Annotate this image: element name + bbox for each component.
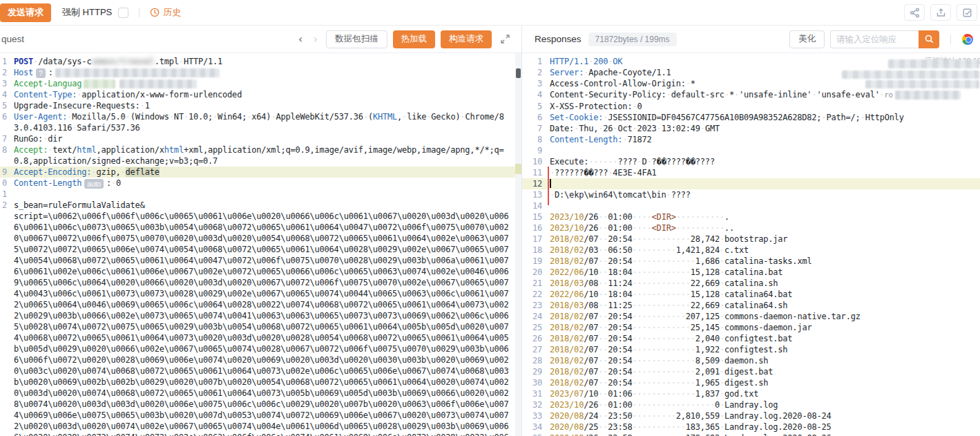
whitespace-dot: ·	[657, 422, 662, 432]
code-token: 2018/02	[550, 245, 584, 255]
packet-scan-button[interactable]: 数据包扫描	[326, 30, 387, 48]
whitespace-dot: ·	[647, 378, 652, 388]
code-line[interactable]: 7Date:·Thu,·26·Oct·2023·13:02:49·GMT	[522, 123, 980, 134]
whitespace-dot: ·	[676, 267, 681, 277]
code-line[interactable]: 1POST·/data/sys-common/treexml.tmpl·HTTP…	[0, 56, 521, 67]
code-token: 2018/03	[550, 301, 584, 310]
code-line[interactable]: 8Accept:·text/html,application/xhtml+xml…	[0, 144, 521, 167]
annotate-button[interactable]	[957, 4, 977, 21]
whitespace-dot: ·	[652, 356, 657, 366]
code-line[interactable]: 302018/02/07··20:54·············1,965·di…	[522, 377, 980, 388]
code-token: User-Agent:	[14, 112, 67, 122]
code-line[interactable]: 282018/02/07··20:54·············8,509·da…	[522, 355, 980, 366]
code-line[interactable]: 6User-Agent:·Mozilla/5.0·(Windows·NT·10.…	[0, 111, 521, 133]
request-editor[interactable]: 1POST·/data/sys-common/treexml.tmpl·HTTP…	[0, 53, 521, 436]
code-line[interactable]: 2Host?:	[0, 67, 521, 78]
code-line[interactable]: 232018/03/08··11:25············22,669·ca…	[522, 300, 980, 311]
code-line[interactable]: 0Content-Lengthauto:·0	[0, 178, 521, 189]
code-line[interactable]: 342020/08/25··23:58···········183,365·La…	[522, 421, 980, 433]
code-line[interactable]: 1	[0, 189, 521, 200]
whitespace-dot: ·	[691, 212, 695, 222]
whitespace-dot: ·	[184, 112, 189, 122]
history-back-button[interactable]: ‹	[296, 33, 305, 46]
whitespace-dot: ·	[642, 422, 647, 432]
code-line[interactable]: 272018/02/07··20:54·············1,922·co…	[522, 344, 980, 355]
code-line[interactable]: 152023/10/26··01:00····<DIR>··········.	[522, 211, 980, 222]
code-line[interactable]: 262018/02/07··20:54·············2,040·co…	[522, 333, 980, 344]
code-line[interactable]: 5Upgrade-Insecure-Requests:·1	[0, 100, 521, 111]
whitespace-dot: ·	[642, 334, 647, 343]
code-line[interactable]: 352020/08/26··23:58···········178,693·La…	[522, 433, 980, 436]
line-number: 17	[522, 234, 550, 245]
whitespace-dot: ·	[662, 345, 666, 354]
top-toolbar: 发送请求 强制 HTTPS 历史	[0, 0, 980, 26]
code-line[interactable]: 10Execute:······????·D·?��????��????	[522, 156, 980, 167]
whitespace-dot: ·	[657, 301, 662, 310]
whitespace-dot: ·	[652, 312, 657, 321]
whitespace-dot: ·	[642, 323, 647, 332]
line-number: 16	[522, 222, 550, 234]
code-line[interactable]: 7RunGo:·dir	[0, 133, 521, 144]
beautify-button[interactable]: 美化	[789, 30, 825, 48]
send-request-button[interactable]: 发送请求	[0, 3, 51, 22]
search-input[interactable]	[830, 30, 919, 48]
whitespace-dot: ·	[652, 256, 657, 266]
code-line[interactable]: 192018/02/07··20:54·············1,686·ca…	[522, 256, 980, 267]
whitespace-dot: ·	[426, 112, 431, 122]
code-line[interactable]: 182018/02/03··06:50·········1,421,824·c.…	[522, 245, 980, 256]
whitespace-dot: ·	[686, 278, 691, 288]
line-content: 2018/02/07··20:54············28,742·boot…	[550, 234, 980, 245]
code-line[interactable]: 14	[522, 200, 980, 211]
code-line[interactable]: 252018/02/07··20:54············25,145·co…	[522, 322, 980, 333]
code-line[interactable]: 12	[522, 178, 980, 189]
code-line[interactable]: 202022/06/10··18:04············15,128·ca…	[522, 267, 980, 278]
export-button[interactable]	[930, 4, 951, 21]
line-content: 2022/06/10··18:04············15,128·cata…	[550, 267, 980, 278]
whitespace-dot: ·	[686, 378, 691, 388]
code-line[interactable]: 9	[522, 145, 980, 156]
code-line[interactable]: 322023/10/26··01:00·················0·La…	[522, 399, 980, 410]
whitespace-dot: ·	[642, 433, 647, 436]
whitespace-dot: ·	[652, 301, 657, 310]
search-button[interactable]	[919, 30, 939, 48]
code-line[interactable]: 212018/03/08··11:24············22,669·ca…	[522, 278, 980, 289]
construct-request-button[interactable]: 构造请求	[441, 30, 492, 48]
code-line[interactable]: 4Content-Type:·application/x-www-form-ur…	[0, 89, 521, 100]
share-button[interactable]	[904, 4, 925, 21]
code-line[interactable]: 172018/02/07··20:54············28,742·bo…	[522, 234, 980, 245]
whitespace-dot: ·	[642, 400, 647, 410]
line-content: 2020/08/25··23:58···········183,365·Land…	[550, 421, 980, 433]
whitespace-dot: ·	[657, 367, 662, 377]
whitespace-dot: ·	[681, 256, 686, 266]
fullscreen-button[interactable]	[500, 34, 510, 44]
line-content: 2023/07/10··01:06·············1,837·god.…	[550, 388, 980, 399]
code-line[interactable]: 8Content-Length:·71872	[522, 134, 980, 145]
code-line[interactable]: 2s_bean=ruleFormulaValidate&script=\u006…	[0, 200, 521, 436]
line-content: 2018/02/07··20:54·············8,509·daem…	[550, 355, 980, 366]
code-token: ·text/	[48, 145, 77, 155]
force-https-checkbox[interactable]	[118, 8, 128, 18]
code-line[interactable]: 6Set-Cookie:·JSESSIONID=DF04567C47756A10…	[522, 112, 980, 123]
hot-reload-button[interactable]: 热加载	[393, 30, 436, 48]
scrollbar-thumb[interactable]	[516, 68, 521, 78]
code-line[interactable]: 242018/02/07··20:54···········207,125·co…	[522, 311, 980, 322]
code-line[interactable]: 292018/02/07··20:54·············2,091·di…	[522, 366, 980, 377]
code-line[interactable]: 3Accept-Languag	[0, 78, 521, 89]
history-button[interactable]: 历史	[150, 6, 181, 19]
response-viewer[interactable]: 远端地址:120.19 - 白蚁 1HTTP/1.1·200·OK2Server…	[522, 53, 980, 436]
request-scrollbar[interactable]	[515, 53, 521, 436]
code-line[interactable]: 312023/07/10··01:06·············1,837·go…	[522, 388, 980, 399]
code-line[interactable]: 222022/06/10··18:04············15,128·ca…	[522, 289, 980, 300]
line-content: 2018/02/07··20:54·············1,686·cata…	[550, 256, 980, 267]
browser-open-icon[interactable]	[962, 34, 973, 45]
code-line[interactable]: 11·??????��???·4E3E-4FA1	[522, 167, 980, 178]
history-forward-button[interactable]: ›	[311, 33, 320, 46]
whitespace-dot: ·	[681, 212, 686, 222]
code-line[interactable]: 162023/10/26··01:00····<DIR>··········..	[522, 222, 980, 234]
code-line[interactable]: 4Content-Security-Policy:·default-src·*·…	[522, 89, 980, 101]
code-line[interactable]: 9Accept-Encoding:·gzip,·deflate	[0, 167, 521, 178]
code-line[interactable]: 13·D:\ekp\win64\tomcat\bin·????	[522, 189, 980, 200]
whitespace-dot: ·	[657, 267, 662, 277]
code-line[interactable]: 332020/08/24··23:50·········2,810,559·La…	[522, 410, 980, 421]
code-line[interactable]: 5X-XSS-Protection:·0	[522, 101, 980, 112]
